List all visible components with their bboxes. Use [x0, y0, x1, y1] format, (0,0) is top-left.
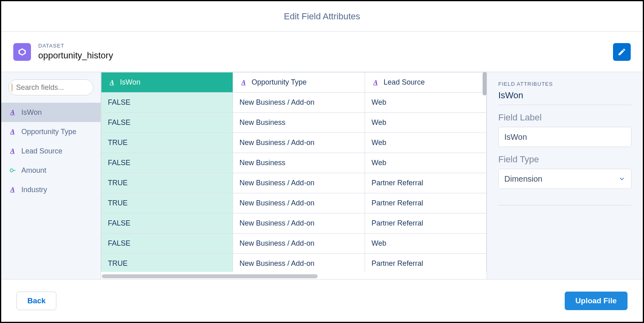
column-header-label: Opportunity Type: [252, 78, 307, 87]
dimension-type-icon: A: [239, 79, 248, 87]
table-cell: TRUE: [101, 173, 233, 193]
table-cell: FALSE: [101, 153, 233, 173]
column-header[interactable]: ALead Source: [365, 72, 487, 93]
sidebar-field-item[interactable]: ALead Source: [1, 141, 101, 161]
table-cell: FALSE: [101, 113, 233, 133]
preview-table: AIsWonAOpportunity TypeALead Source FALS…: [101, 72, 487, 272]
table-cell: Partner Referral: [365, 193, 487, 213]
table-cell: TRUE: [101, 193, 233, 213]
dimension-type-icon: A: [372, 79, 380, 87]
column-header-label: Lead Source: [384, 78, 425, 87]
table-cell: New Business / Add-on: [233, 133, 365, 153]
dataset-kicker: DATASET: [38, 43, 113, 49]
dimension-type-icon: A: [8, 147, 17, 155]
dimension-type-icon: A: [8, 186, 17, 194]
page-title: Edit Field Attributes: [284, 11, 360, 22]
field-type-heading: Field Type: [498, 154, 632, 165]
sidebar-field-label: Amount: [21, 166, 46, 175]
back-button[interactable]: Back: [17, 292, 56, 310]
dimension-type-icon: A: [108, 79, 116, 87]
field-label-input[interactable]: [498, 127, 632, 147]
dataset-icon: [13, 43, 31, 61]
table-cell: New Business / Add-on: [233, 193, 365, 213]
table-cell: Web: [365, 133, 487, 153]
footer: Back Upload File: [1, 279, 643, 322]
sidebar-field-label: Opportunity Type: [21, 128, 76, 136]
table-cell: Partner Referral: [365, 173, 487, 193]
header: DATASET opportunity_history: [1, 32, 643, 72]
table-row: TRUENew Business / Add-onPartner Referra…: [101, 173, 487, 193]
table-cell: Web: [365, 234, 487, 254]
column-header[interactable]: AOpportunity Type: [233, 72, 365, 93]
table-row: FALSENew Business / Add-onPartner Referr…: [101, 213, 487, 234]
data-preview: AIsWonAOpportunity TypeALead Source FALS…: [101, 72, 487, 279]
sidebar-field-label: IsWon: [21, 108, 42, 117]
table-cell: New Business / Add-on: [233, 93, 365, 113]
table-row: FALSENew Business / Add-onWeb: [101, 234, 487, 254]
table-cell: TRUE: [101, 133, 233, 153]
dimension-type-icon: A: [8, 108, 17, 116]
sidebar-field-item[interactable]: AIsWon: [1, 103, 101, 122]
field-attributes-panel: FIELD ATTRIBUTES IsWon Field Label Field…: [487, 72, 643, 279]
table-cell: Partner Referral: [365, 213, 487, 234]
table-cell: FALSE: [101, 93, 233, 113]
column-header-label: IsWon: [120, 78, 140, 87]
edit-button[interactable]: [613, 43, 631, 61]
dataset-name: opportunity_history: [38, 50, 113, 61]
sidebar-field-label: Industry: [21, 186, 47, 194]
sidebar-field-item[interactable]: AIndustry: [1, 180, 101, 199]
table-cell: New Business / Add-on: [233, 254, 365, 272]
table-cell: TRUE: [101, 254, 233, 272]
table-cell: Partner Referral: [365, 254, 487, 272]
search-fields[interactable]: [8, 79, 93, 95]
attributes-section-label: FIELD ATTRIBUTES: [498, 81, 632, 87]
chevron-down-icon: [618, 175, 625, 182]
table-cell: New Business: [233, 153, 365, 173]
sidebar: AIsWonAOpportunity TypeALead SourceAmoun…: [1, 72, 101, 279]
column-header[interactable]: AIsWon: [101, 72, 233, 93]
table-cell: New Business / Add-on: [233, 234, 365, 254]
field-type-value: Dimension: [504, 174, 542, 184]
table-cell: Web: [365, 153, 487, 173]
table-cell: Web: [365, 93, 487, 113]
vertical-scrollbar[interactable]: [483, 72, 487, 95]
table-row: FALSENew Business / Add-onWeb: [101, 93, 487, 113]
sidebar-field-label: Lead Source: [21, 147, 62, 155]
selected-field-name: IsWon: [498, 90, 632, 105]
table-row: FALSENew BusinessWeb: [101, 153, 487, 173]
horizontal-scrollbar[interactable]: [102, 274, 318, 279]
table-row: TRUENew Business / Add-onPartner Referra…: [101, 254, 487, 272]
search-spinner-icon: [11, 83, 13, 92]
table-row: TRUENew Business / Add-onPartner Referra…: [101, 193, 487, 213]
table-cell: New Business / Add-on: [233, 173, 365, 193]
search-input[interactable]: [16, 83, 109, 92]
sidebar-field-item[interactable]: Amount: [1, 161, 101, 180]
table-row: FALSENew BusinessWeb: [101, 113, 487, 133]
field-type-select[interactable]: Dimension: [498, 169, 632, 189]
titlebar: Edit Field Attributes: [1, 1, 643, 32]
field-label-heading: Field Label: [498, 112, 632, 123]
measure-type-icon: [8, 166, 17, 174]
sidebar-field-item[interactable]: AOpportunity Type: [1, 122, 101, 141]
svg-point-2: [10, 169, 13, 172]
table-cell: New Business: [233, 113, 365, 133]
table-cell: New Business / Add-on: [233, 213, 365, 234]
table-cell: FALSE: [101, 213, 233, 234]
table-row: TRUENew Business / Add-onWeb: [101, 133, 487, 153]
table-cell: Web: [365, 113, 487, 133]
dimension-type-icon: A: [8, 128, 17, 136]
upload-file-button[interactable]: Upload File: [565, 292, 627, 310]
table-cell: FALSE: [101, 234, 233, 254]
pencil-icon: [617, 48, 626, 56]
